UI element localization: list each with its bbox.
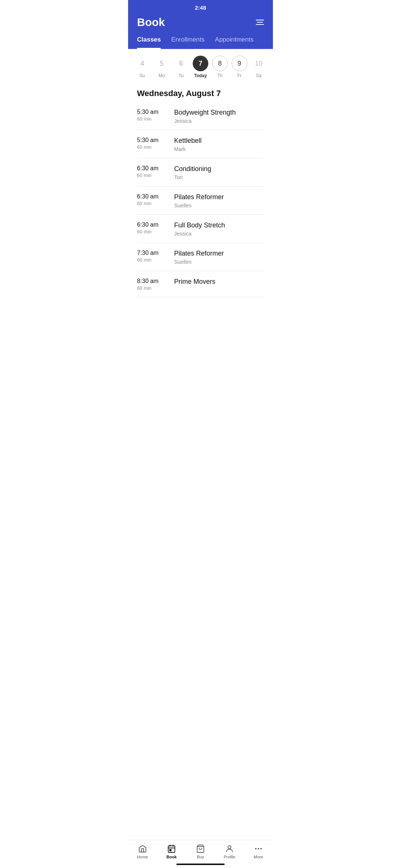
class-duration: 60 min	[137, 257, 151, 263]
status-bar: 2:48	[137, 0, 264, 13]
class-instructor: Suellen	[174, 203, 264, 208]
class-name: Prime Movers	[174, 278, 264, 286]
filter-button[interactable]	[256, 20, 264, 25]
header: 2:48 Book Classes Enrollments Appointmen…	[128, 0, 273, 49]
class-duration: 60 min	[137, 285, 151, 291]
class-duration: 60 min	[137, 172, 151, 178]
class-item-3[interactable]: 6:30 am 60 min Conditioning Tori	[137, 158, 264, 187]
tab-enrollments[interactable]: Enrollments	[171, 36, 205, 49]
tab-bar: Classes Enrollments Appointments	[137, 34, 264, 49]
calendar-day-5[interactable]: 5 Mo	[153, 56, 170, 78]
class-instructor: Mark	[174, 146, 264, 152]
date-heading: Wednesday, August 7	[128, 82, 273, 102]
class-time: 5:30 am	[137, 137, 159, 144]
class-name: Pilates Reformer	[174, 250, 264, 257]
class-time: 7:30 am	[137, 250, 159, 256]
class-time: 8:30 am	[137, 278, 159, 285]
class-time: 5:30 am	[137, 109, 159, 115]
class-instructor: Jessica	[174, 118, 264, 124]
tab-appointments[interactable]: Appointments	[215, 36, 254, 49]
calendar-row: 4 Su 5 Mo 6 Tu 7 Today 8 Th 9 Fr 10 Sa	[128, 49, 273, 82]
class-item-5[interactable]: 6:30 am 60 min Full Body Stretch Jessica	[137, 215, 264, 243]
class-item-1[interactable]: 5:30 am 60 min Bodyweight Strength Jessi…	[137, 102, 264, 130]
class-time: 6:30 am	[137, 193, 159, 200]
calendar-day-7[interactable]: 7 Today	[192, 56, 209, 78]
tab-classes[interactable]: Classes	[137, 36, 161, 49]
class-name: Pilates Reformer	[174, 193, 264, 201]
calendar-day-4[interactable]: 4 Su	[134, 56, 151, 78]
calendar-day-10[interactable]: 10 Sa	[250, 56, 267, 78]
class-name: Full Body Stretch	[174, 221, 264, 229]
class-instructor: Tori	[174, 174, 264, 180]
class-duration: 60 min	[137, 201, 151, 206]
class-duration: 60 min	[137, 229, 151, 234]
calendar-day-8[interactable]: 8 Th	[211, 56, 228, 78]
class-name: Kettlebell	[174, 137, 264, 145]
class-duration: 60 min	[137, 116, 151, 122]
class-item-6[interactable]: 7:30 am 60 min Pilates Reformer Suellen	[137, 243, 264, 271]
status-time: 2:48	[195, 4, 206, 11]
class-item-2[interactable]: 5:30 am 60 min Kettlebell Mark	[137, 130, 264, 158]
calendar-day-6[interactable]: 6 Tu	[173, 56, 190, 78]
class-item-7[interactable]: 8:30 am 60 min Prime Movers	[137, 271, 264, 297]
class-item-4[interactable]: 6:30 am 60 min Pilates Reformer Suellen	[137, 187, 264, 215]
class-instructor: Jessica	[174, 231, 264, 237]
class-time: 6:30 am	[137, 221, 159, 228]
class-duration: 60 min	[137, 144, 151, 150]
class-time: 6:30 am	[137, 165, 159, 172]
class-name: Bodyweight Strength	[174, 109, 264, 116]
page-title: Book	[137, 16, 165, 29]
class-list: 5:30 am 60 min Bodyweight Strength Jessi…	[128, 102, 273, 297]
calendar-day-9[interactable]: 9 Fr	[231, 56, 248, 78]
class-instructor: Suellen	[174, 259, 264, 265]
class-name: Conditioning	[174, 165, 264, 173]
